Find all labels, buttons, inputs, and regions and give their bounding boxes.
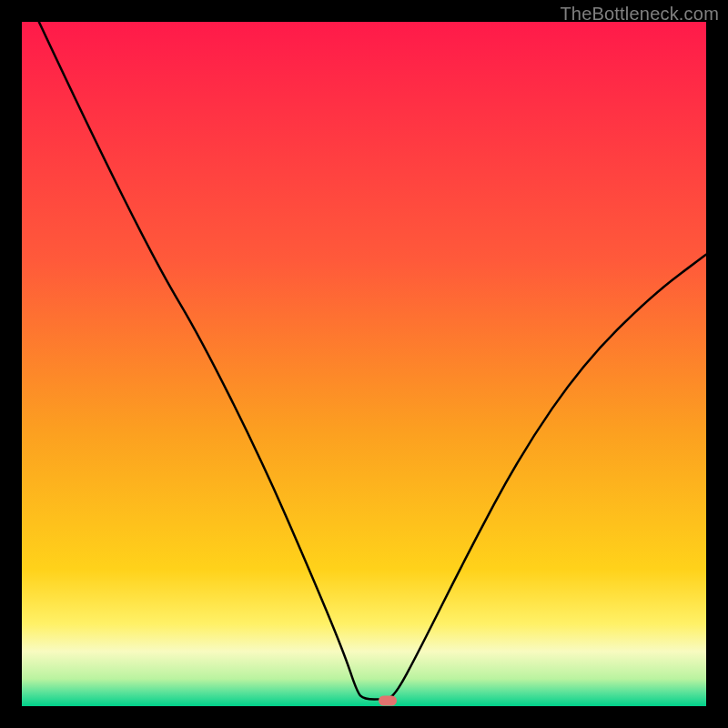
- chart-plot-area: [22, 22, 706, 706]
- bottleneck-line: [22, 22, 706, 706]
- optimum-marker-icon: [379, 695, 397, 705]
- chart-stage: TheBottleneck.com: [0, 0, 728, 728]
